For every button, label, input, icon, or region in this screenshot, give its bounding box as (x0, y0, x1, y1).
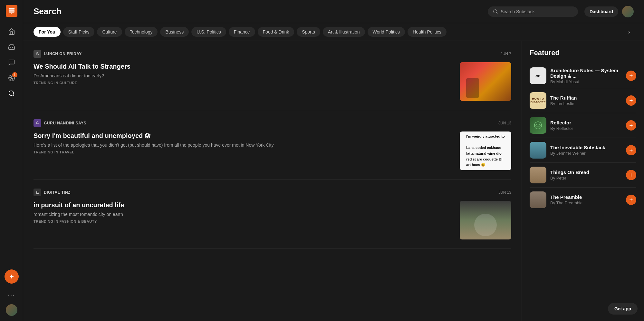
feed-tag: TRENDING IN CULTURE (34, 81, 453, 85)
feed-item: LUNCH ON FRIDAY JUN 7 We Should All Talk… (34, 41, 511, 110)
svg-line-4 (13, 95, 14, 96)
feed-title[interactable]: in pursuit of an uncurated life (34, 201, 453, 209)
tab-for-you[interactable]: For You (34, 27, 61, 37)
header-user-avatar[interactable] (622, 6, 634, 17)
featured-info: The Preamble By The Preamble (550, 194, 622, 205)
feed: LUNCH ON FRIDAY JUN 7 We Should All Talk… (23, 41, 522, 321)
featured-info: Architecture Notes — System Design & ...… (550, 68, 622, 84)
feed-source: GURU NANDINI SAYS (34, 119, 86, 127)
tab-us-politics[interactable]: U.S. Politics (191, 27, 226, 37)
tab-technology[interactable]: Technology (125, 27, 158, 37)
dashboard-button[interactable]: Dashboard (584, 6, 618, 17)
tab-world-politics[interactable]: World Politics (368, 27, 405, 37)
page-title: Search (34, 6, 488, 16)
featured-item[interactable]: an Architecture Notes — System Design & … (530, 63, 636, 88)
featured-title: Featured (530, 49, 636, 57)
create-button[interactable] (5, 269, 19, 284)
source-name: LUNCH ON FRIDAY (44, 52, 82, 56)
featured-info: The Ruffian By Ian Leslie (550, 95, 622, 106)
feed-date: JUN 7 (501, 52, 511, 56)
featured-add-button[interactable] (626, 120, 636, 131)
svg-rect-1 (8, 10, 14, 12)
svg-point-7 (494, 10, 497, 13)
feed-meta: tz DIGITAL TINZ JUN 13 (34, 189, 511, 196)
featured-add-button[interactable] (626, 195, 636, 205)
search-input[interactable] (501, 9, 573, 14)
logo[interactable] (6, 5, 17, 17)
search-icon (493, 9, 498, 14)
featured-add-button[interactable] (626, 95, 636, 106)
content-area: LUNCH ON FRIDAY JUN 7 We Should All Talk… (23, 41, 644, 321)
featured-author: By The Preamble (550, 200, 622, 205)
featured-author: By Peter (550, 176, 622, 180)
featured-item[interactable]: Things On Bread By Peter (530, 163, 636, 188)
feed-text: in pursuit of an uncurated life romantic… (34, 201, 453, 223)
featured-info: Things On Bread By Peter (550, 170, 622, 180)
featured-name: The Ruffian (550, 95, 622, 101)
tab-culture[interactable]: Culture (97, 27, 122, 37)
tab-food-drink[interactable]: Food & Drink (258, 27, 294, 37)
category-tabs: For You Staff Picks Culture Technology B… (23, 23, 644, 41)
feed-tag: TRENDING IN FASHION & BEAUTY (34, 219, 453, 223)
get-app-button[interactable]: Get app (608, 303, 638, 315)
featured-add-button[interactable] (626, 170, 636, 180)
feed-image[interactable] (460, 62, 511, 101)
more-options[interactable]: ··· (5, 287, 19, 302)
feed-image[interactable] (460, 201, 511, 239)
tab-business[interactable]: Business (160, 27, 189, 37)
featured-icon (530, 142, 546, 159)
feed-item: tz DIGITAL TINZ JUN 13 in pursuit of an … (34, 180, 511, 249)
featured-name: The Preamble (550, 194, 622, 200)
featured-icon (530, 117, 546, 134)
featured-add-button[interactable] (626, 145, 636, 155)
svg-line-8 (496, 13, 497, 14)
featured-add-button[interactable] (626, 71, 636, 81)
feed-tag: TRENDING IN TRAVEL (34, 150, 453, 154)
notification-badge: 1 (12, 72, 17, 77)
featured-name: Architecture Notes — System Design & ... (550, 68, 622, 79)
featured-icon (530, 167, 546, 183)
svg-point-10 (37, 122, 38, 123)
featured-item[interactable]: HOW TODISAGREE The Ruffian By Ian Leslie (530, 88, 636, 113)
featured-author: By Reflector (550, 126, 622, 131)
sidebar-item-search[interactable] (5, 86, 19, 101)
featured-info: Reflector By Reflector (550, 120, 622, 131)
featured-author: By Ian Leslie (550, 101, 622, 106)
user-avatar[interactable] (6, 304, 17, 316)
feed-body: in pursuit of an uncurated life romantic… (34, 201, 511, 239)
sidebar-item-inbox[interactable] (5, 40, 19, 54)
source-icon (34, 50, 41, 58)
search-bar[interactable] (488, 6, 578, 17)
sidebar-item-chat[interactable] (5, 55, 19, 70)
featured-info: The Inevitable Substack By Jennifer Wein… (550, 145, 622, 156)
tab-sports[interactable]: Sports (297, 27, 320, 37)
feed-text: Sorry I'm beautiful and unemployed 🏵 Her… (34, 131, 453, 154)
tab-finance[interactable]: Finance (229, 27, 255, 37)
source-name: GURU NANDINI SAYS (44, 121, 86, 125)
tabs-next-arrow[interactable]: › (625, 27, 634, 36)
featured-item[interactable]: The Preamble By The Preamble (530, 188, 636, 212)
source-icon (34, 119, 41, 127)
feed-body: Sorry I'm beautiful and unemployed 🏵 Her… (34, 131, 511, 170)
tab-art[interactable]: Art & Illustration (323, 27, 365, 37)
featured-item[interactable]: Reflector By Reflector (530, 113, 636, 138)
tab-staff-picks[interactable]: Staff Picks (63, 27, 95, 37)
feed-meta: LUNCH ON FRIDAY JUN 7 (34, 50, 511, 58)
svg-rect-0 (8, 8, 14, 10)
feed-image[interactable]: I'm weirdly attracted to Lana coded eckh… (460, 131, 511, 170)
featured-icon: an (530, 67, 546, 84)
sidebar-item-home[interactable] (5, 24, 19, 39)
tab-health-politics[interactable]: Health Politics (408, 27, 447, 37)
feed-desc: romanticizing the most romantic city on … (34, 212, 453, 217)
feed-title[interactable]: Sorry I'm beautiful and unemployed 🏵 (34, 131, 453, 140)
sidebar-item-notifications[interactable]: 1 (5, 71, 19, 85)
feed-body: We Should All Talk to Strangers Do Ameri… (34, 62, 511, 101)
feed-text: We Should All Talk to Strangers Do Ameri… (34, 62, 453, 85)
featured-item[interactable]: The Inevitable Substack By Jennifer Wein… (530, 138, 636, 163)
feed-source: tz DIGITAL TINZ (34, 189, 71, 196)
featured-name: The Inevitable Substack (550, 145, 622, 150)
feed-source: LUNCH ON FRIDAY (34, 50, 82, 58)
feed-title[interactable]: We Should All Talk to Strangers (34, 62, 453, 71)
feed-desc: Do Americans eat dinner too early? (34, 73, 453, 78)
featured-author: By Jennifer Weiner (550, 151, 622, 156)
